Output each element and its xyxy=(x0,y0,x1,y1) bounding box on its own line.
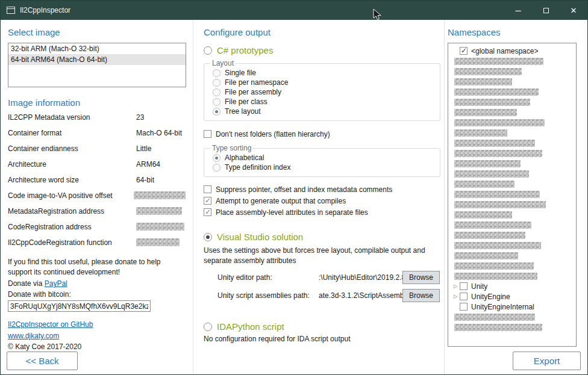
namespace-row-redacted xyxy=(449,250,575,261)
bitcoin-label: Donate with bitcoin: xyxy=(8,290,186,299)
image-listbox[interactable]: 32-bit ARM (Mach-O 32-bit)64-bit ARM64 (… xyxy=(8,43,186,87)
namespace-row-redacted xyxy=(449,209,575,220)
redacted-namespace xyxy=(454,191,540,198)
expander-icon[interactable]: ▷ xyxy=(451,291,460,302)
unity-editor-browse-button[interactable]: Browse xyxy=(402,271,440,284)
checkbox-label: Place assembly-level attributes in separ… xyxy=(216,208,368,217)
redacted-namespace xyxy=(454,170,529,178)
radio-option[interactable]: Tree layout xyxy=(210,107,435,116)
option-idapython-script[interactable]: IDAPython script xyxy=(204,321,444,332)
config-checkbox[interactable]: Place assembly-level attributes in separ… xyxy=(204,206,444,218)
titlebar[interactable]: Il2CppInspector ─ ✕ xyxy=(1,1,587,20)
image-information-title: Image information xyxy=(8,98,186,108)
option-csharp-prototypes[interactable]: C# prototypes xyxy=(204,45,444,55)
option-visual-studio-solution[interactable]: Visual Studio solution xyxy=(204,232,444,242)
namespaces-panel: Namespaces <global namespace>▷Unity▷Unit… xyxy=(445,20,587,374)
redacted-namespace xyxy=(454,78,512,85)
namespace-row-redacted xyxy=(449,230,575,240)
radio-icon xyxy=(204,233,212,241)
radio-icon xyxy=(213,164,220,172)
redacted-value xyxy=(136,223,184,231)
layout-group: Layout Single fileFile per namespaceFile… xyxy=(204,59,440,121)
flatten-hierarchy-checkbox[interactable]: Don't nest folders (flatten hierarchy) xyxy=(204,129,444,139)
expander-icon[interactable]: ▷ xyxy=(451,281,460,291)
namespaces-title: Namespaces xyxy=(448,27,587,37)
radio-label: File per class xyxy=(225,98,267,106)
unity-script-browse-button[interactable]: Browse xyxy=(402,289,440,302)
namespace-checkbox[interactable] xyxy=(460,282,468,290)
namespace-row[interactable]: ▷Unity xyxy=(449,281,575,291)
redacted-namespace xyxy=(454,119,545,126)
app-icon xyxy=(7,7,15,14)
close-button[interactable]: ✕ xyxy=(560,1,587,20)
window-title: Il2CppInspector xyxy=(20,6,70,14)
option-label: C# prototypes xyxy=(217,45,273,55)
redacted-namespace xyxy=(454,262,534,270)
unity-editor-path-value: :\Unity\Hub\Editor\2019.2.8f1 xyxy=(319,273,402,282)
website-link[interactable]: www.djkaty.com xyxy=(8,332,186,340)
info-row: Architecture word size64-bit xyxy=(8,176,186,191)
redacted-namespace xyxy=(454,68,522,75)
radio-option[interactable]: File per class xyxy=(210,97,435,107)
bitcoin-address-input[interactable] xyxy=(8,300,151,312)
redacted-namespace xyxy=(454,242,541,249)
namespace-checkbox[interactable] xyxy=(460,47,468,55)
namespace-row-redacted xyxy=(449,56,575,66)
namespace-row[interactable]: UnityEngineInternal xyxy=(449,302,575,312)
namespace-row-redacted xyxy=(449,87,575,97)
namespace-row[interactable]: <global namespace> xyxy=(449,46,575,56)
config-checkbox[interactable]: Attempt to generate output that compiles xyxy=(204,195,444,206)
info-row: Container formatMach-O 64-bit xyxy=(8,129,186,144)
redacted-namespace xyxy=(454,314,535,321)
redacted-namespace xyxy=(454,88,539,96)
layout-group-title: Layout xyxy=(210,59,236,67)
namespace-row-redacted xyxy=(449,107,575,117)
radio-option[interactable]: File per assembly xyxy=(210,87,435,97)
paypal-link[interactable]: PayPal xyxy=(45,279,67,288)
back-button[interactable]: << Back xyxy=(7,352,78,370)
select-image-title: Select image xyxy=(8,27,186,37)
radio-label: File per namespace xyxy=(225,78,288,87)
minimize-button[interactable]: ─ xyxy=(504,1,532,20)
namespace-label: Unity xyxy=(471,282,487,291)
info-row: MetadataRegistration address xyxy=(8,207,186,223)
image-list-item[interactable]: 32-bit ARM (Mach-O 32-bit) xyxy=(8,43,186,54)
namespace-row-redacted xyxy=(449,66,575,76)
info-row: CodeRegistration address xyxy=(8,223,186,238)
info-value: Little xyxy=(136,144,186,153)
namespace-row-redacted xyxy=(449,189,575,199)
info-label: CodeRegistration address xyxy=(8,223,136,231)
radio-option[interactable]: Alphabetical xyxy=(210,153,435,163)
info-value: Mach-O 64-bit xyxy=(136,129,186,137)
unity-script-path-row: Unity script assemblies path: ate.3d-3.1… xyxy=(217,289,440,302)
export-button[interactable]: Export xyxy=(513,352,581,370)
redacted-namespace xyxy=(454,273,537,280)
radio-option[interactable]: Type definition index xyxy=(210,163,435,172)
app-window: Il2CppInspector ─ ✕ Select image 32-bit … xyxy=(0,0,588,375)
image-list-item[interactable]: 64-bit ARM64 (Mach-O 64-bit) xyxy=(8,54,186,65)
checkbox-icon xyxy=(204,130,211,138)
redacted-namespace xyxy=(454,201,546,208)
info-label: Architecture xyxy=(8,160,136,169)
radio-option[interactable]: Single file xyxy=(210,68,435,78)
namespace-checkbox[interactable] xyxy=(460,303,468,311)
select-image-panel: Select image 32-bit ARM (Mach-O 32-bit)6… xyxy=(1,20,193,374)
namespace-list[interactable]: <global namespace>▷Unity▷UnityEngineUnit… xyxy=(448,43,577,347)
radio-icon xyxy=(213,88,220,96)
namespace-label: UnityEngineInternal xyxy=(471,303,534,311)
radio-icon xyxy=(213,98,220,106)
redacted-value xyxy=(136,207,182,215)
namespace-row-redacted xyxy=(449,117,575,128)
config-checkboxes: Suppress pointer, offset and index metad… xyxy=(204,184,444,218)
namespace-checkbox[interactable] xyxy=(460,293,468,300)
config-checkbox[interactable]: Suppress pointer, offset and index metad… xyxy=(204,184,444,195)
maximize-button[interactable] xyxy=(532,1,560,20)
radio-option[interactable]: File per namespace xyxy=(210,78,435,87)
namespace-row-redacted xyxy=(449,169,575,179)
window-controls: ─ ✕ xyxy=(504,1,587,20)
github-link[interactable]: Il2CppInspector on GitHub xyxy=(8,320,186,329)
namespace-row[interactable]: ▷UnityEngine xyxy=(449,291,575,302)
redacted-namespace xyxy=(454,150,542,157)
namespace-row-redacted xyxy=(449,158,575,169)
namespace-row-redacted xyxy=(449,240,575,250)
